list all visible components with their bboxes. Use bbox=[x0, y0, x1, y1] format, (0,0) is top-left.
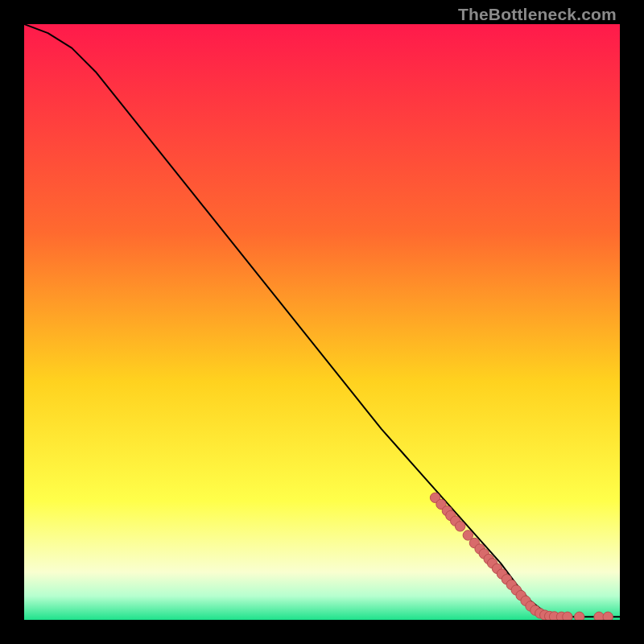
chart-plot bbox=[24, 24, 620, 620]
watermark-label: TheBottleneck.com bbox=[458, 5, 617, 24]
highlight-dot bbox=[563, 612, 572, 620]
highlight-dot bbox=[594, 612, 604, 620]
gradient-background bbox=[24, 24, 620, 620]
highlight-dot bbox=[574, 612, 584, 620]
chart-frame: TheBottleneck.com bbox=[0, 0, 644, 644]
highlight-dot bbox=[455, 522, 464, 531]
highlight-dot bbox=[603, 612, 613, 620]
